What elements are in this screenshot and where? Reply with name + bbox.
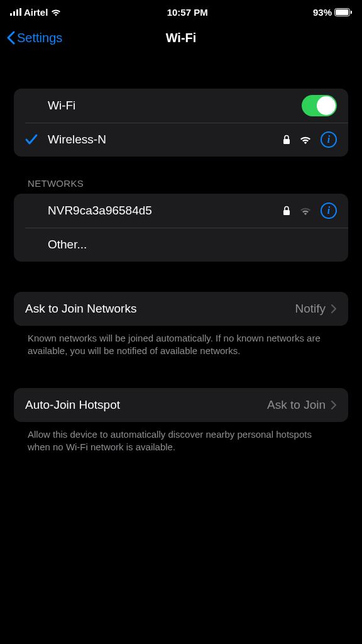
ask-join-value: Notify	[295, 302, 326, 316]
wifi-strength-icon	[299, 135, 312, 145]
svg-rect-1	[13, 11, 15, 16]
auto-hotspot-row[interactable]: Auto-Join Hotspot Ask to Join	[14, 388, 348, 422]
auto-hotspot-label: Auto-Join Hotspot	[25, 398, 267, 412]
svg-rect-7	[283, 139, 290, 144]
battery-pct-label: 93%	[313, 7, 332, 18]
chevron-left-icon	[6, 31, 15, 45]
carrier-label: Airtel	[24, 7, 48, 18]
ask-join-label: Ask to Join Networks	[25, 302, 295, 316]
other-network-row[interactable]: Other...	[14, 228, 348, 262]
ask-join-row[interactable]: Ask to Join Networks Notify	[14, 292, 348, 326]
ask-join-footer: Known networks will be joined automatica…	[14, 326, 348, 358]
status-time: 10:57 PM	[167, 7, 208, 18]
svg-rect-0	[10, 13, 12, 16]
lock-icon	[283, 206, 290, 216]
back-button[interactable]: Settings	[6, 31, 62, 45]
info-icon[interactable]: i	[321, 203, 337, 219]
checkmark-icon	[25, 134, 38, 145]
chevron-right-icon	[331, 400, 337, 410]
wifi-strength-icon	[299, 206, 312, 216]
network-name: NVR9ca3a96584d5	[48, 204, 283, 218]
wifi-toggle-label: Wi-Fi	[48, 99, 302, 113]
ask-join-group: Ask to Join Networks Notify	[14, 292, 348, 326]
networks-header: NETWORKS	[14, 157, 348, 194]
wifi-signal-icon	[50, 8, 62, 16]
back-label: Settings	[17, 31, 62, 45]
info-icon[interactable]: i	[321, 131, 337, 148]
status-right: 93%	[313, 7, 352, 18]
battery-icon	[334, 8, 352, 16]
wifi-toggle[interactable]	[302, 95, 337, 116]
svg-rect-2	[16, 9, 18, 16]
network-row[interactable]: NVR9ca3a96584d5 i	[14, 194, 348, 228]
svg-rect-5	[336, 9, 349, 15]
cellular-signal-icon	[10, 8, 21, 16]
connected-network-row[interactable]: Wireless-N i	[14, 123, 348, 157]
wifi-toggle-row: Wi-Fi	[14, 89, 348, 123]
other-label: Other...	[48, 238, 337, 252]
wifi-main-group: Wi-Fi Wireless-N i	[14, 89, 348, 157]
auto-hotspot-value: Ask to Join	[267, 398, 326, 412]
svg-rect-6	[351, 11, 352, 14]
status-left: Airtel	[10, 7, 62, 18]
chevron-right-icon	[331, 304, 337, 314]
svg-rect-3	[19, 8, 21, 16]
status-bar: Airtel 10:57 PM 93%	[0, 0, 362, 21]
networks-group: NVR9ca3a96584d5 i Other...	[14, 194, 348, 262]
lock-icon	[283, 135, 290, 145]
svg-rect-8	[283, 210, 290, 215]
auto-hotspot-group: Auto-Join Hotspot Ask to Join	[14, 388, 348, 422]
auto-hotspot-footer: Allow this device to automatically disco…	[14, 422, 348, 454]
nav-bar: Settings Wi-Fi	[0, 21, 362, 54]
connected-network-name: Wireless-N	[48, 133, 283, 147]
